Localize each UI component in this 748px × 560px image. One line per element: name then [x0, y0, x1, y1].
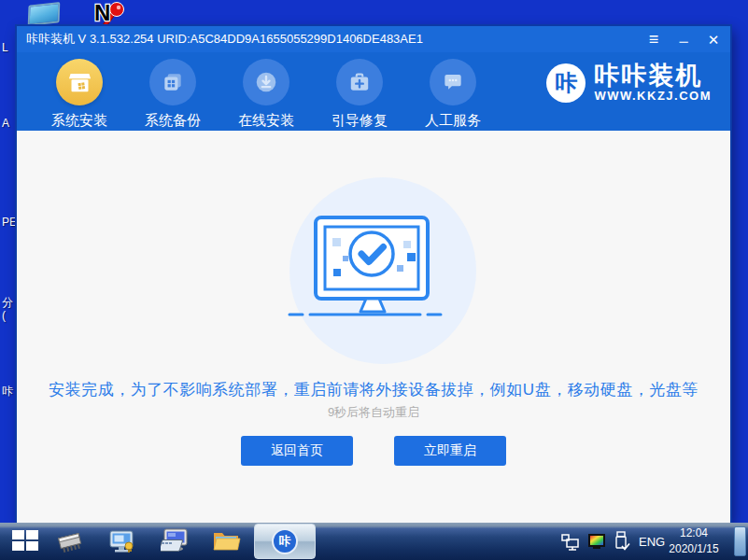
nav-label: 在线安装 — [238, 112, 294, 130]
taskbar-file-explorer[interactable] — [213, 530, 241, 557]
monitor-key-icon — [108, 529, 136, 554]
menu-icon[interactable]: ≡ — [646, 31, 661, 48]
back-home-button[interactable]: 返回首页 — [241, 436, 353, 466]
display-icon — [28, 2, 61, 26]
close-icon[interactable]: ✕ — [706, 33, 721, 47]
nav-label: 系统备份 — [145, 112, 201, 130]
nav-item-human-service[interactable]: 人工服务 — [406, 52, 500, 131]
nav-item-boot-repair[interactable]: 引导修复 — [313, 52, 406, 131]
brand-logo: 咔 咔咔装机 WWW.KKZJ.COM — [546, 63, 712, 103]
desktop-label-fragment: 咔 — [2, 384, 13, 399]
nav-label: 系统安装 — [51, 112, 107, 130]
kaka-app-icon: 咔 — [272, 528, 298, 554]
nav-item-system-install[interactable]: 系统安装 — [33, 52, 126, 131]
desktop-label-fragment: PE — [2, 216, 17, 229]
brand-name: 咔咔装机 — [594, 63, 712, 89]
tray-display-icon[interactable] — [587, 533, 606, 553]
nav-item-system-backup[interactable]: 系统备份 — [126, 52, 219, 131]
usb-icon — [614, 531, 630, 552]
minimize-icon[interactable]: ─ — [676, 35, 691, 48]
desktop-display-icon[interactable] — [28, 4, 60, 24]
show-desktop-button[interactable] — [734, 526, 746, 556]
taskbar-keyboard-tool[interactable] — [161, 528, 191, 559]
taskbar-active-app-kaka[interactable]: 咔 — [254, 524, 316, 559]
brand-url: WWW.KKZJ.COM — [594, 89, 712, 103]
download-icon — [243, 59, 289, 105]
nav-label: 引导修复 — [332, 112, 388, 130]
taskbar-chip-tool[interactable] — [54, 529, 86, 559]
restart-countdown: 9秒后将自动重启 — [17, 404, 730, 421]
main-content: 安装完成，为了不影响系统部署，重启前请将外接设备拔掉，例如U盘，移动硬盘，光盘等… — [17, 131, 730, 523]
nav-item-online-install[interactable]: 在线安装 — [219, 52, 313, 131]
tray-network-icon[interactable] — [561, 534, 582, 554]
keyboard-monitor-icon — [161, 528, 191, 555]
start-button[interactable] — [12, 530, 38, 551]
restart-now-button[interactable]: 立即重启 — [394, 436, 506, 466]
backup-icon — [149, 59, 196, 105]
taskbar: 咔 ENG 12:04 2020/1/15 — [0, 523, 748, 560]
nav-bar: 系统安装 系统备份 — [17, 52, 730, 131]
installer-window: 咔咔装机 V 3.1.532.254 URID:A5C84DD9A1655055… — [17, 26, 730, 523]
completion-message: 安装完成，为了不影响系统部署，重启前请将外接设备拔掉，例如U盘，移动硬盘，光盘等 — [17, 379, 730, 400]
taskbar-partition-tool[interactable] — [108, 529, 136, 558]
monitor-check-illustration — [269, 210, 497, 327]
package-icon — [56, 59, 103, 105]
toolbox-icon — [336, 59, 383, 105]
desktop-label-fragment: ( — [2, 309, 6, 322]
brand-mark-icon: 咔 — [546, 63, 586, 103]
memory-chip-icon — [54, 529, 86, 555]
svg-text:N: N — [94, 1, 110, 25]
tray-usb-icon[interactable] — [614, 531, 630, 555]
tray-clock[interactable]: 12:04 2020/1/15 — [661, 525, 727, 557]
nav-label: 人工服务 — [425, 112, 481, 130]
window-title: 咔咔装机 V 3.1.532.254 URID:A5C84DD9A1655055… — [26, 31, 646, 48]
tray-date: 2020/1/15 — [661, 541, 727, 557]
tray-time: 12:04 — [661, 525, 727, 541]
chat-icon — [430, 59, 476, 105]
n-key-icon: N — [93, 1, 129, 26]
network-icon — [561, 534, 582, 551]
color-display-icon — [587, 533, 606, 550]
desktop-label-fragment: A — [2, 117, 9, 130]
desktop-label-fragment: L — [2, 41, 8, 54]
folder-icon — [213, 530, 241, 553]
windows-logo-icon — [12, 530, 38, 551]
titlebar: 咔咔装机 V 3.1.532.254 URID:A5C84DD9A1655055… — [17, 26, 730, 52]
